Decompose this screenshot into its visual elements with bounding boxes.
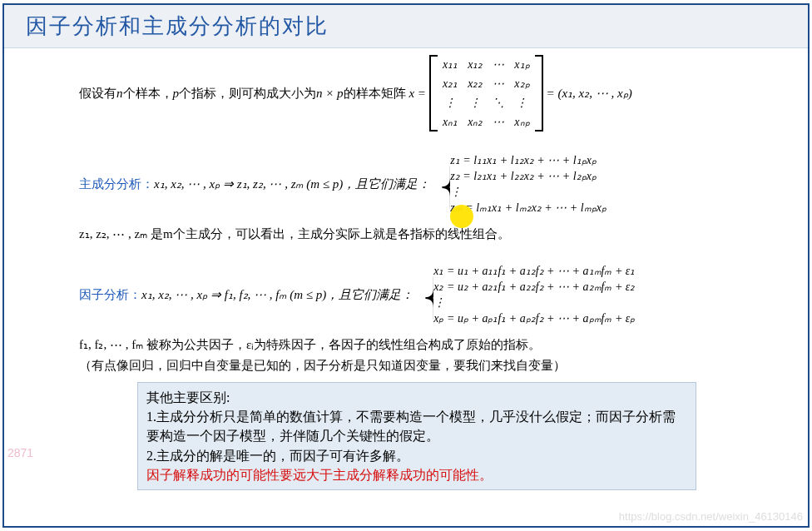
fa-eq4: xₚ = uₚ + aₚ₁f₁ + aₚ₂f₂ + ⋯ + aₚₘfₘ + εₚ: [433, 311, 635, 325]
pca-label: 主成分分析：: [79, 176, 154, 192]
box-title: 其他主要区别:: [146, 388, 687, 407]
header: 因子分析和主成分分析的对比: [4, 5, 808, 48]
left-brace-icon: {: [435, 146, 450, 221]
intro-text: 假设有n个样本，p个指标，则可构成大小为n × p的样本矩阵 x =: [79, 86, 426, 102]
page-title: 因子分析和主成分分析的对比: [26, 14, 329, 38]
body: 假设有n个样本，p个指标，则可构成大小为n × p的样本矩阵 x = x₁₁x₁…: [4, 48, 808, 490]
fa-eq1: x₁ = u₁ + a₁₁f₁ + a₁₂f₂ + ⋯ + a₁ₘfₘ + ε₁: [433, 264, 635, 278]
slide: 因子分析和主成分分析的对比 假设有n个样本，p个指标，则可构成大小为n × p的…: [2, 3, 810, 528]
watermark-right: https://blog.csdn.net/weixin_46130146: [619, 510, 803, 523]
fa-label: 因子分析：: [79, 287, 141, 303]
fa-eq2: x₂ = u₂ + a₂₁f₁ + a₂₂f₂ + ⋯ + a₂ₘfₘ + ε₂: [433, 280, 635, 294]
pca-vars: x₁, x₂, ⋯ , xₚ ⇒ z₁, z₂, ⋯ , zₘ (m ≤ p)，…: [154, 176, 430, 192]
pca-eq4: zₘ = lₘ₁x₁ + lₘ₂x₂ + ⋯ + lₘₚxₚ: [450, 201, 607, 215]
pca-row: 主成分分析： x₁, x₂, ⋯ , xₚ ⇒ z₁, z₂, ⋯ , zₘ (…: [79, 146, 733, 221]
pca-after: z₁, z₂, ⋯ , zₘ 是m个主成分，可以看出，主成分实际上就是各指标的线…: [79, 226, 733, 242]
intro-after: = (x₁, x₂, ⋯ , xₚ): [547, 86, 632, 101]
watermark-left: 2871: [7, 446, 33, 459]
fa-vars: x₁, x₂, ⋯ , xₚ ⇒ f₁, f₂, ⋯ , fₘ (m ≤ p)，…: [141, 287, 413, 303]
fa-after: f₁, f₂, ⋯ , fₘ 被称为公共因子，εᵢ为特殊因子，各因子的线性组合构…: [79, 337, 733, 353]
paren-note: （有点像回归，回归中自变量是已知的，因子分析是只知道因变量，要我们来找自变量）: [79, 358, 733, 374]
fa-equations: { x₁ = u₁ + a₁₁f₁ + a₁₂f₂ + ⋯ + a₁ₘfₘ + …: [418, 257, 635, 332]
left-brace-icon: {: [418, 257, 433, 332]
box-emphasis: 因子解释成功的可能性要远大于主成分解释成功的可能性。: [146, 465, 687, 484]
fa-eq-dots: ⋮: [433, 295, 635, 310]
pca-eq2: z₂ = l₂₁x₁ + l₂₂x₂ + ⋯ + l₂ₚxₚ: [450, 169, 607, 183]
box-line-1: 1.主成分分析只是简单的数值计算，不需要构造一个模型，几乎没什么假定；而因子分析…: [146, 407, 687, 445]
highlight-marker: [450, 205, 473, 228]
sample-matrix: x₁₁x₁₂⋯x₁ₚ x₂₁x₂₂⋯x₂ₚ ⋮⋮⋱⋮ xₙ₁xₙ₂⋯xₙₚ: [429, 55, 543, 132]
box-line-2: 2.主成分的解是唯一的，而因子可有许多解。: [146, 446, 687, 465]
intro-row: 假设有n个样本，p个指标，则可构成大小为n × p的样本矩阵 x = x₁₁x₁…: [79, 55, 733, 132]
fa-row: 因子分析： x₁, x₂, ⋯ , xₚ ⇒ f₁, f₂, ⋯ , fₘ (m…: [79, 257, 733, 332]
pca-eq1: z₁ = l₁₁x₁ + l₁₂x₂ + ⋯ + l₁ₚxₚ: [450, 153, 607, 167]
differences-box: 其他主要区别: 1.主成分分析只是简单的数值计算，不需要构造一个模型，几乎没什么…: [137, 382, 696, 490]
pca-eq-dots: ⋮: [450, 185, 607, 199]
